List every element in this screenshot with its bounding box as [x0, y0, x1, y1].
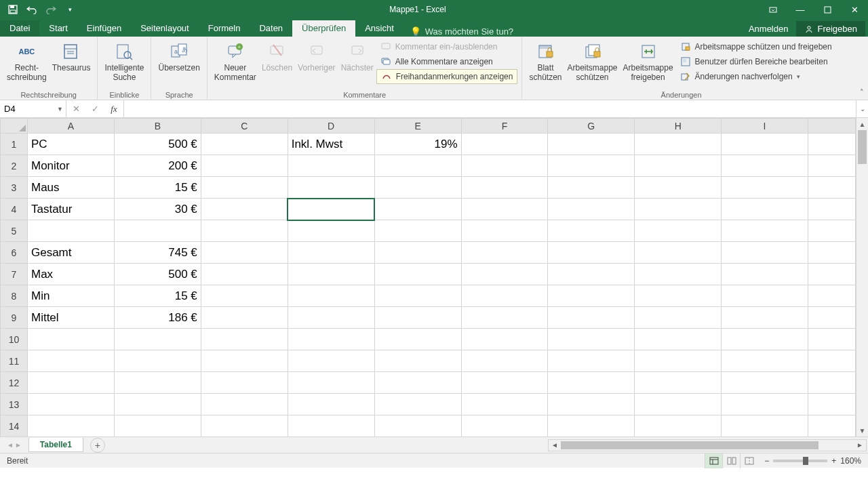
cell[interactable]	[722, 307, 808, 329]
cell[interactable]	[288, 415, 374, 437]
cell[interactable]	[808, 415, 856, 437]
minimize-icon[interactable]: —	[787, 0, 814, 19]
cell[interactable]	[288, 372, 374, 394]
cell[interactable]	[722, 329, 808, 350]
cell[interactable]	[808, 177, 856, 199]
cell[interactable]	[27, 329, 114, 350]
cell[interactable]: Monitor	[27, 155, 114, 177]
cell[interactable]	[548, 394, 635, 415]
scroll-up-icon[interactable]: ▲	[856, 118, 868, 130]
cell[interactable]	[548, 220, 635, 242]
row-header[interactable]: 2	[1, 155, 28, 177]
col-header[interactable]	[808, 119, 856, 134]
cell[interactable]	[808, 155, 856, 177]
cell[interactable]	[201, 134, 288, 155]
cell[interactable]: Max	[27, 264, 114, 285]
cell[interactable]	[635, 177, 722, 199]
row-header[interactable]: 1	[1, 134, 28, 155]
cell[interactable]	[635, 155, 722, 177]
cell[interactable]: 500 €	[114, 264, 201, 285]
cell[interactable]	[548, 285, 635, 307]
cell[interactable]	[288, 350, 374, 372]
cell[interactable]	[374, 220, 461, 242]
translate-button[interactable]: aあ Übersetzen	[155, 39, 202, 75]
chevron-down-icon[interactable]: ▼	[57, 106, 63, 113]
row-header[interactable]: 6	[1, 242, 28, 264]
cell[interactable]	[722, 242, 808, 264]
maximize-icon[interactable]	[814, 0, 841, 19]
cell[interactable]	[635, 307, 722, 329]
track-changes-button[interactable]: Änderungen nachverfolgen ▾	[676, 69, 836, 84]
cell[interactable]	[461, 394, 548, 415]
cell[interactable]	[722, 134, 808, 155]
col-header[interactable]: D	[288, 119, 374, 134]
cell[interactable]	[201, 155, 288, 177]
cell[interactable]	[461, 307, 548, 329]
cancel-formula-icon[interactable]: ✕	[66, 104, 85, 114]
redo-icon[interactable]	[45, 3, 57, 16]
cell[interactable]	[201, 177, 288, 199]
cell[interactable]	[201, 199, 288, 220]
col-header[interactable]: H	[635, 119, 722, 134]
cell[interactable]	[635, 264, 722, 285]
cell[interactable]	[808, 242, 856, 264]
cell[interactable]	[722, 264, 808, 285]
toggle-comment-button[interactable]: Kommentar ein-/ausblenden	[376, 39, 518, 54]
cell[interactable]	[722, 285, 808, 307]
cell[interactable]	[114, 394, 201, 415]
cell[interactable]	[635, 350, 722, 372]
cell[interactable]	[201, 350, 288, 372]
cell[interactable]	[461, 242, 548, 264]
scroll-right-icon[interactable]: ►	[854, 441, 866, 449]
cell[interactable]	[635, 134, 722, 155]
sheet-nav[interactable]: ◄►	[0, 441, 28, 449]
cell[interactable]	[374, 199, 461, 220]
cell[interactable]	[722, 415, 808, 437]
cell[interactable]	[374, 177, 461, 199]
cell[interactable]	[201, 285, 288, 307]
cell[interactable]	[722, 372, 808, 394]
allow-ranges-button[interactable]: Benutzer dürfen Bereiche bearbeiten	[676, 54, 836, 69]
cell[interactable]: Maus	[27, 177, 114, 199]
cell[interactable]	[288, 199, 374, 220]
row-header[interactable]: 12	[1, 372, 28, 394]
cell[interactable]	[461, 329, 548, 350]
share-workbook-button[interactable]: Arbeitsmappe freigeben	[620, 39, 676, 84]
next-comment-button[interactable]: Nächster	[338, 39, 376, 75]
row-header[interactable]: 8	[1, 285, 28, 307]
tab-start[interactable]: Start	[39, 20, 77, 37]
cell[interactable]	[722, 155, 808, 177]
cell[interactable]	[374, 350, 461, 372]
cell[interactable]	[374, 329, 461, 350]
cell[interactable]	[461, 199, 548, 220]
cell[interactable]	[201, 307, 288, 329]
row-header[interactable]: 11	[1, 350, 28, 372]
cell[interactable]	[461, 372, 548, 394]
cell[interactable]: 19%	[374, 134, 461, 155]
col-header[interactable]: A	[27, 119, 114, 134]
cell[interactable]	[461, 134, 548, 155]
tab-daten[interactable]: Daten	[250, 20, 292, 37]
cell[interactable]	[548, 199, 635, 220]
cell[interactable]	[288, 220, 374, 242]
cell[interactable]	[808, 329, 856, 350]
scroll-down-icon[interactable]: ▼	[856, 424, 868, 436]
add-sheet-button[interactable]: +	[90, 438, 105, 453]
row-header[interactable]: 4	[1, 199, 28, 220]
row-header[interactable]: 13	[1, 394, 28, 415]
vertical-scrollbar[interactable]: ▲ ▼	[856, 118, 868, 436]
cell[interactable]	[288, 394, 374, 415]
row-header[interactable]: 10	[1, 329, 28, 350]
tab-ueberpruefen[interactable]: Überprüfen	[292, 20, 355, 37]
cell[interactable]	[548, 177, 635, 199]
cell[interactable]	[201, 372, 288, 394]
cell[interactable]	[201, 220, 288, 242]
cell[interactable]	[808, 220, 856, 242]
cell[interactable]	[27, 394, 114, 415]
cell[interactable]	[114, 329, 201, 350]
cell[interactable]	[548, 372, 635, 394]
horizontal-scrollbar[interactable]: ◄ ►	[548, 439, 867, 451]
cell[interactable]: Mittel	[27, 307, 114, 329]
select-all-corner[interactable]	[1, 119, 28, 134]
col-header[interactable]: E	[374, 119, 461, 134]
